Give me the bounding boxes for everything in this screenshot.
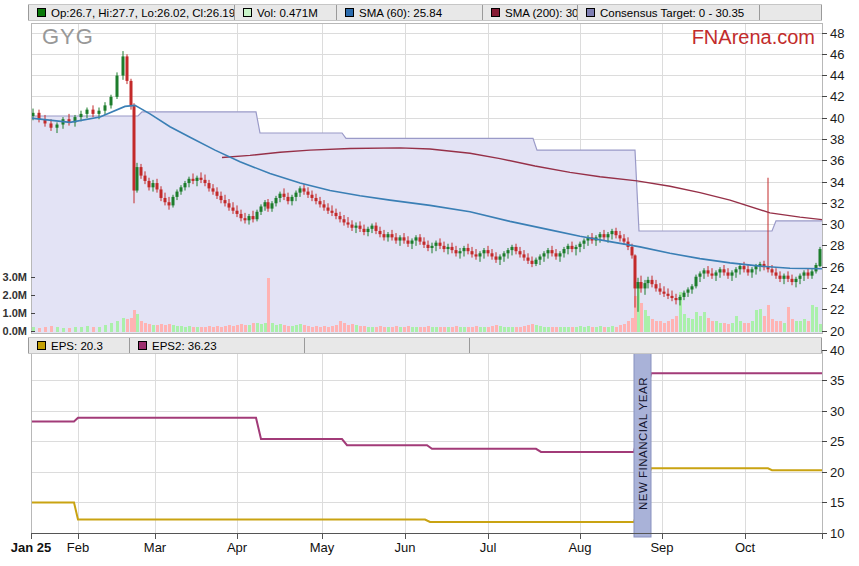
x-axis-label: Apr [227,540,248,555]
x-axis-label: Jun [395,540,416,555]
volume-axis-label: 0.0M [3,325,27,337]
fnarena-stock-chart: NEW FINANCIAL YEAR4846444240383634323028… [0,0,859,566]
volume-axis-label: 2.0M [3,289,27,301]
price-axis-label: 42 [830,89,844,104]
x-axis-label: Mar [144,540,167,555]
eps-axis-label: 25 [830,434,844,449]
eps-axis-label: 35 [830,373,844,388]
legend-item: Op:26.7, Hi:27.7, Lo:26.02, Cl:26.19 [28,5,235,20]
x-axis-label: Feb [67,540,89,555]
legend-label: SMA (200): 30.47 [505,7,578,19]
legend-swatch [37,341,46,350]
price-axis-label: 32 [830,196,844,211]
chart-canvas: NEW FINANCIAL YEAR4846444240383634323028… [0,0,859,566]
legend-label: EPS: 20.3 [51,340,103,352]
legend-item: EPS2: 36.23 [130,338,305,353]
price-axis-label: 40 [830,111,844,126]
volume-axis: 3.0M2.0M1.0M0.0M [3,271,35,337]
price-axis-label: 26 [830,260,844,275]
eps-line [31,468,822,522]
eps-axis-label: 30 [830,404,844,419]
x-axis-label: Aug [568,540,591,555]
eps-chart-legend: EPS: 20.3EPS2: 36.23 [28,337,822,354]
price-axis-label: 28 [830,238,844,253]
price-axis-label: 44 [830,68,844,83]
x-axis-label: Sep [650,540,673,555]
volume-axis-label: 1.0M [3,307,27,319]
legend-item [470,338,822,353]
price-axis-label: 46 [830,47,844,62]
price-axis-label: 22 [830,302,844,317]
ticker-label: GYG [42,24,94,50]
eps2-line [31,373,822,452]
legend-item: Vol: 0.471M [235,5,337,20]
price-axis-label: 34 [830,175,844,190]
legend-swatch [243,8,252,17]
consensus-band [31,112,822,333]
legend-label: Op:26.7, Hi:27.7, Lo:26.02, Cl:26.19 [51,7,235,19]
legend-item: EPS: 20.3 [28,338,130,353]
new-financial-year-label: NEW FINANCIAL YEAR [637,377,649,510]
x-axis-label: Jan 25 [11,540,51,555]
price-chart-legend: Op:26.7, Hi:27.7, Lo:26.02, Cl:26.19Vol:… [28,4,822,21]
x-axis: Jan 25FebMarAprMayJunJulAugSepOct [11,533,822,555]
price-axis-label: 20 [830,324,844,339]
price-axis-label: 48 [830,26,844,41]
legend-swatch [491,8,500,17]
legend-item: SMA (60): 25.84 [337,5,483,20]
price-axis-label: 38 [830,132,844,147]
site-logo-link[interactable]: FNArena.com [692,26,815,49]
legend-label: SMA (60): 25.84 [359,7,442,19]
x-axis-label: May [310,540,335,555]
x-axis-label: Jul [480,540,497,555]
volume-axis-label: 3.0M [3,271,27,283]
x-axis-label: Oct [735,540,756,555]
legend-label: Consensus Target: 0 - 30.35 [600,7,744,19]
price-axis-label: 36 [830,153,844,168]
legend-swatch [37,8,46,17]
legend-item: Consensus Target: 0 - 30.35 [578,5,760,20]
legend-label: EPS2: 36.23 [152,340,217,352]
eps-axis-label: 40 [830,343,844,358]
eps-y-axis: 40353025201510 [822,343,844,541]
eps-axis-label: 10 [830,526,844,541]
price-axis-label: 30 [830,217,844,232]
price-axis-label: 24 [830,281,844,296]
legend-swatch [586,8,595,17]
legend-item [760,5,822,20]
legend-label: Vol: 0.471M [257,7,318,19]
legend-item: SMA (200): 30.47 [483,5,578,20]
eps-axis-label: 20 [830,465,844,480]
eps-axis-label: 15 [830,495,844,510]
legend-swatch [138,341,147,350]
price-y-axis: 484644424038363432302826242220 [822,26,844,339]
legend-item [305,338,470,353]
legend-swatch [345,8,354,17]
